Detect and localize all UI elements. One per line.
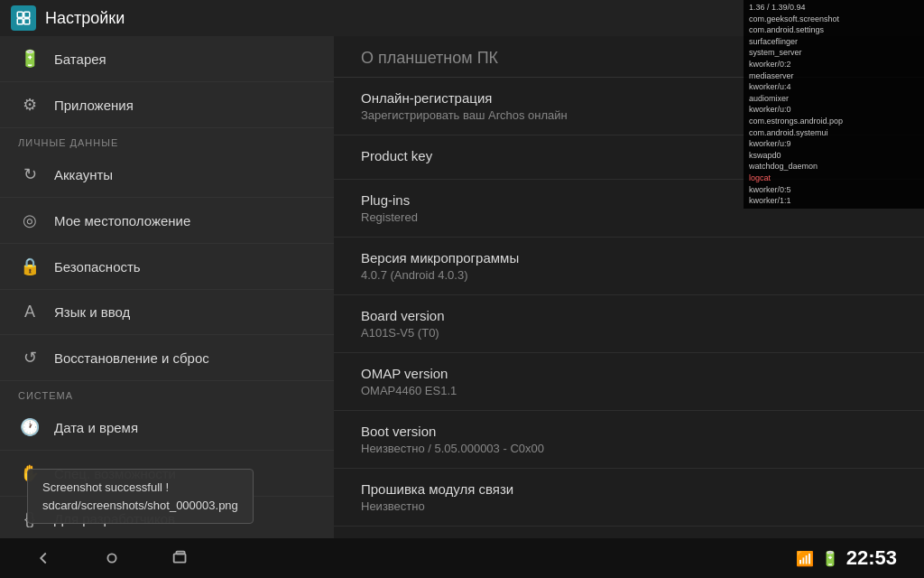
status-line-14: watchdog_daemon	[749, 161, 919, 172]
content-row-5: OMAP versionOMAP4460 ES1.1	[334, 353, 924, 411]
sidebar-item-label-accounts: Аккаунты	[54, 167, 113, 182]
status-overlay: 1.36 / 1.39/0.94com.geeksoft.screenshotc…	[744, 0, 924, 209]
sidebar-item-location[interactable]: ◎Мое местоположение	[0, 198, 334, 244]
sidebar: 🔋Батарея⚙ПриложенияЛИЧНЫЕ ДАННЫЕ↻Аккаунт…	[0, 36, 334, 538]
row-title-6: Boot version	[361, 424, 897, 439]
row-subtitle-5: OMAP4460 ES1.1	[361, 384, 897, 397]
status-line-0: 1.36 / 1.39/0.94	[749, 2, 919, 14]
sidebar-item-backup[interactable]: ↺Восстановление и сброс	[0, 335, 334, 381]
status-line-13: kswapd0	[749, 150, 919, 162]
datetime-icon: 🕐	[18, 417, 42, 437]
status-line-17: kworker/1:1	[749, 195, 919, 207]
content-row-6: Boot versionНеизвестно / 5.05.000003 - C…	[334, 411, 924, 469]
row-subtitle-3: 4.0.7 (Android 4.0.3)	[361, 268, 897, 282]
location-icon: ◎	[18, 210, 42, 230]
home-button[interactable]	[96, 542, 128, 574]
svg-rect-6	[176, 552, 184, 555]
row-title-7: Прошивка модуля связи	[361, 481, 897, 497]
status-line-11: com.android.systemui	[749, 127, 919, 139]
status-line-6: mediaserver	[749, 70, 919, 82]
status-line-3: surfaceflinger	[749, 36, 919, 48]
status-line-9: kworker/u:0	[749, 104, 919, 116]
content-row-4: Board versionA101S-V5 (T0)	[334, 295, 924, 353]
sidebar-item-battery[interactable]: 🔋Батарея	[0, 36, 334, 82]
sidebar-item-label-backup: Восстановление и сброс	[54, 350, 209, 366]
clock: 22:53	[846, 546, 897, 570]
sidebar-item-label-language: Язык и ввод	[54, 304, 130, 320]
settings-app-icon	[11, 5, 36, 31]
sidebar-item-apps[interactable]: ⚙Приложения	[0, 82, 334, 128]
status-line-4: system_server	[749, 47, 919, 59]
sidebar-item-language[interactable]: AЯзык и ввод	[0, 290, 334, 335]
back-button[interactable]	[27, 542, 60, 574]
wifi-icon: 📶	[796, 550, 814, 567]
status-line-10: com.estrongs.android.pop	[749, 116, 919, 127]
content-row-7: Прошивка модуля связиНеизвестно	[334, 469, 924, 527]
row-subtitle-2: Registered	[361, 210, 897, 224]
status-line-2: com.android.settings	[749, 24, 919, 36]
page-title: Настройки	[45, 9, 125, 28]
status-line-5: kworker/0:2	[749, 59, 919, 70]
status-line-15: logcat	[749, 172, 919, 184]
status-line-12: kworker/u:9	[749, 138, 919, 150]
backup-icon: ↺	[18, 348, 42, 368]
row-subtitle-6: Неизвестно / 5.05.000003 - C0x00	[361, 442, 897, 455]
svg-rect-0	[17, 12, 23, 17]
content-row-3: Версия микропрограммы4.0.7 (Android 4.0.…	[334, 238, 924, 295]
recents-button[interactable]	[164, 542, 197, 574]
language-icon: A	[18, 303, 42, 322]
sidebar-section-система: СИСТЕМА	[0, 381, 334, 405]
svg-rect-3	[24, 19, 30, 24]
sidebar-item-label-apps: Приложения	[54, 98, 134, 113]
status-line-7: kworker/u:4	[749, 81, 919, 93]
toast-line2: sdcard/screenshots/shot_000003.png	[42, 497, 238, 515]
sidebar-item-label-location: Мое местоположение	[54, 213, 190, 228]
accounts-icon: ↻	[18, 164, 42, 184]
sidebar-item-datetime[interactable]: 🕐Дата и время	[0, 405, 334, 451]
svg-rect-5	[174, 554, 186, 562]
sidebar-item-label-security: Безопасность	[54, 259, 141, 275]
bottom-navigation: 📶 🔋 22:53	[0, 538, 924, 578]
status-line-16: kworker/0:5	[749, 184, 919, 196]
sidebar-item-label-battery: Батарея	[54, 51, 106, 67]
battery-icon: 🔋	[18, 49, 42, 69]
status-bar-right: 📶 🔋 22:53	[796, 546, 897, 570]
row-title-3: Версия микропрограммы	[361, 250, 897, 266]
screenshot-toast: Screenshot successfull ! sdcard/screensh…	[27, 469, 254, 524]
security-icon: 🔒	[18, 256, 42, 276]
svg-rect-2	[17, 19, 23, 24]
row-subtitle-7: Неизвестно	[361, 499, 897, 513]
sidebar-item-security[interactable]: 🔒Безопасность	[0, 244, 334, 290]
row-title-4: Board version	[361, 308, 897, 323]
row-title-5: OMAP version	[361, 366, 897, 381]
sidebar-section-личные-данные: ЛИЧНЫЕ ДАННЫЕ	[0, 128, 334, 152]
battery-icon: 🔋	[821, 550, 839, 567]
sidebar-item-accounts[interactable]: ↻Аккаунты	[0, 152, 334, 198]
apps-icon: ⚙	[18, 95, 42, 115]
status-line-8: audiomixer	[749, 93, 919, 105]
toast-line1: Screenshot successfull !	[42, 479, 238, 497]
row-subtitle-4: A101S-V5 (T0)	[361, 326, 897, 340]
sidebar-item-label-datetime: Дата и время	[54, 420, 138, 435]
svg-rect-1	[24, 12, 30, 17]
svg-point-4	[107, 554, 116, 562]
status-line-1: com.geeksoft.screenshot	[749, 14, 919, 25]
